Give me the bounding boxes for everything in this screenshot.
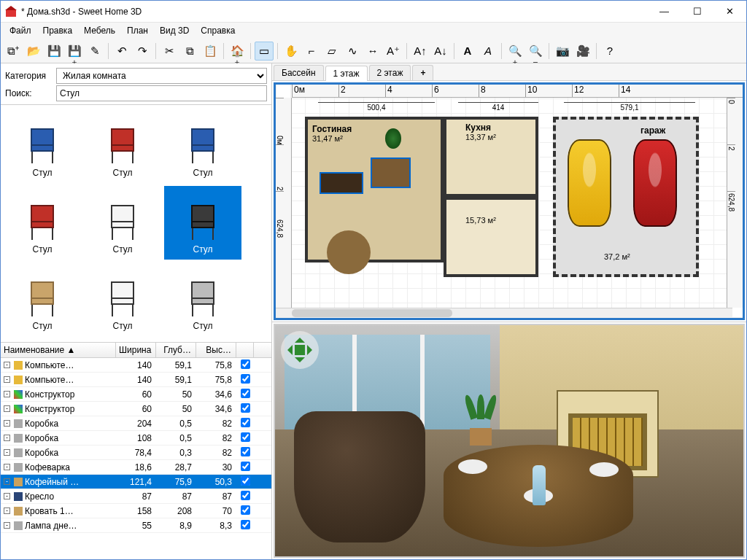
zoom-in-icon[interactable]: 🔍⁺ [506,42,525,61]
nav-right-icon[interactable] [307,345,317,355]
help-icon[interactable]: ? [600,42,619,61]
dimension: 500,4 [318,102,435,112]
3d-plant [462,394,499,446]
nav-left-icon[interactable] [282,345,293,355]
catalog-item[interactable]: Стул [4,186,81,260]
menu-plan[interactable]: План [121,23,154,39]
catalog-item[interactable]: Стул [164,109,241,183]
visible-checkbox[interactable] [241,462,250,471]
prefs-icon[interactable]: ✎ [85,42,104,61]
plan-car-yellow[interactable] [568,139,611,227]
visible-checkbox[interactable] [241,505,250,515]
add-furn-icon[interactable]: 🏠⁺ [228,42,247,61]
table-row[interactable]: -Коробка1080,582 [1,431,271,446]
pan-tool-icon[interactable]: ✋ [282,42,301,61]
saveas-icon[interactable]: 💾⁺ [65,42,84,61]
catalog-item[interactable]: Стул [4,109,81,183]
visible-checkbox[interactable] [241,447,250,456]
open-icon[interactable]: 📂 [24,42,43,61]
minimize-button[interactable]: — [648,1,681,22]
text-add-icon[interactable]: A⁺ [384,42,403,61]
visible-checkbox[interactable] [241,374,250,384]
save-icon[interactable]: 💾 [44,42,63,61]
menu-edit[interactable]: Правка [37,23,79,39]
3d-nav-rose[interactable] [281,331,319,369]
paste-icon[interactable]: 📋 [201,42,220,61]
table-row[interactable]: -Конструктор605034,6 [1,387,271,402]
room-tool-icon[interactable]: ▱ [322,42,341,61]
col-height[interactable]: Выс… [196,343,236,357]
visible-checkbox[interactable] [241,359,250,369]
visible-checkbox[interactable] [241,403,250,413]
text-smaller-icon[interactable]: A↓ [431,42,450,61]
zoom-out-icon[interactable]: 🔍⁻ [526,42,545,61]
nav-center-icon[interactable] [295,345,305,355]
search-input[interactable] [56,85,267,101]
catalog-grid[interactable]: СтулСтулСтулСтулСтулСтулСтулСтулСтул [1,105,271,342]
view3d[interactable] [274,324,745,558]
catalog-item[interactable]: Стул [84,262,161,336]
select-tool-icon[interactable]: ▭ [255,42,274,61]
col-width[interactable]: Ширина [116,343,156,357]
catalog-item[interactable]: Стул [84,109,161,183]
menu-help[interactable]: Справка [195,23,241,39]
dim-tool-icon[interactable]: ↔︎ [363,42,382,61]
tab-floor2[interactable]: 2 этаж [369,65,411,80]
polyline-tool-icon[interactable]: ∿ [343,42,362,61]
wall-tool-icon[interactable]: ⌐ [302,42,321,61]
menu-file[interactable]: Файл [4,23,37,39]
table-row[interactable]: -Кресло878787 [1,489,271,504]
table-row[interactable]: -Кофейный …121,475,950,3 [1,475,271,489]
table-row[interactable]: -Кофеварка18,628,730 [1,460,271,475]
video-icon[interactable]: 🎥 [573,42,592,61]
catalog-item[interactable]: Стул [164,262,241,336]
tab-floor1[interactable]: 1 этаж [325,66,368,81]
3d-armchair [294,411,425,542]
plan-scroll-horizontal[interactable] [276,308,732,318]
table-row[interactable]: -Коробка2040,582 [1,416,271,431]
catalog-item[interactable]: Стул [164,186,241,260]
text-bigger-icon[interactable]: A↑ [411,42,430,61]
bold-icon[interactable]: A [458,42,477,61]
plan-car-red[interactable] [633,139,677,227]
visible-checkbox[interactable] [241,432,250,442]
plan-sofa[interactable] [320,172,363,194]
tab-add[interactable]: + [412,65,433,80]
tab-pool[interactable]: Бассейн [274,65,324,80]
new-icon[interactable]: ⧉⁺ [4,42,23,61]
plan-view[interactable]: 0м2468101214 0м2624,8 02624,8 500,4 414 … [274,82,745,320]
table-row[interactable]: -Кровать 1…15820870 [1,504,271,518]
visible-checkbox[interactable] [241,520,250,529]
plan-plant[interactable] [385,128,401,149]
copy-icon[interactable]: ⧉ [180,42,199,61]
table-row[interactable]: -Компьюте…14059,175,8 [1,358,271,373]
plan-table-selected[interactable] [371,158,411,188]
visible-checkbox[interactable] [241,418,250,427]
table-row[interactable]: -Компьюте…14059,175,8 [1,373,271,387]
col-depth[interactable]: Глуб… [156,343,196,357]
plan-round-table[interactable] [327,230,371,274]
maximize-button[interactable]: ☐ [681,1,713,22]
col-visible[interactable] [236,343,254,357]
catalog-item[interactable]: Стул [4,262,81,336]
nav-up-icon[interactable] [295,332,305,343]
category-select[interactable]: Жилая комната [56,68,267,84]
close-button[interactable]: ✕ [713,1,746,22]
nav-down-icon[interactable] [295,357,305,368]
menu-3d[interactable]: Вид 3D [154,23,195,39]
italic-icon[interactable]: A [479,42,498,61]
catalog-item[interactable]: Стул [84,186,161,260]
visible-checkbox[interactable] [241,491,250,500]
col-name[interactable]: Наименование ▲ [1,343,116,357]
visible-checkbox[interactable] [241,389,250,398]
table-row[interactable]: -Коробка78,40,382 [1,446,271,460]
menu-furn[interactable]: Мебель [78,23,121,39]
redo-icon[interactable]: ↷ [133,42,152,61]
table-row[interactable]: -Лампа дне…558,98,3 [1,518,271,533]
photo-icon[interactable]: 📷 [553,42,572,61]
table-row[interactable]: -Конструктор605034,6 [1,402,271,416]
visible-checkbox[interactable] [241,476,250,486]
cut-icon[interactable]: ✂ [160,42,179,61]
undo-icon[interactable]: ↶ [112,42,131,61]
furniture-table[interactable]: Наименование ▲ Ширина Глуб… Выс… -Компью… [1,342,271,559]
